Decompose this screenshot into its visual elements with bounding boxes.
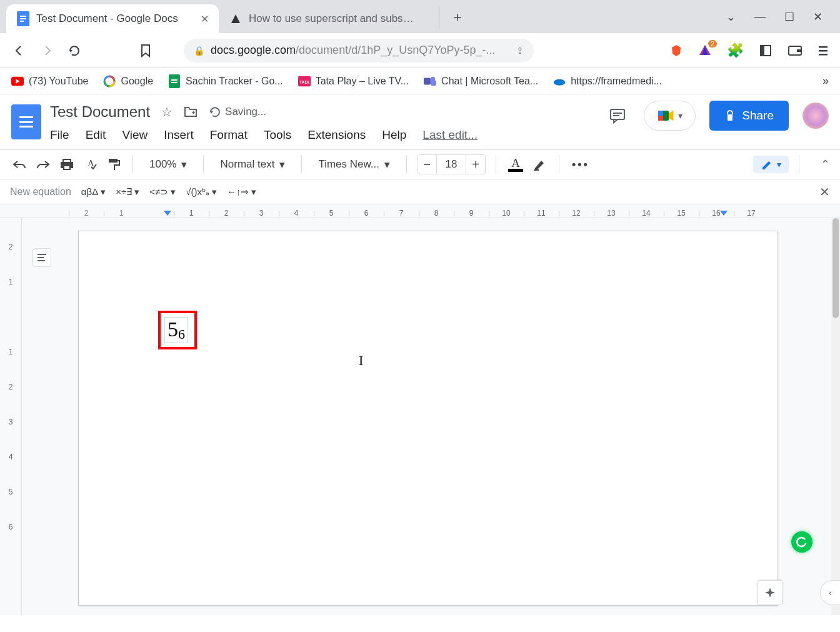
eq-math-dropdown[interactable]: √()xᵇₐ ▾ xyxy=(186,186,217,198)
font-size-increase[interactable]: + xyxy=(466,158,485,172)
brave-shields-icon[interactable] xyxy=(669,44,683,58)
new-equation-button[interactable]: New equation xyxy=(10,186,71,198)
scrollbar-thumb[interactable] xyxy=(832,218,839,318)
paragraph-style-dropdown[interactable]: Normal text▾ xyxy=(214,158,291,171)
eq-operators-dropdown[interactable]: ×÷∃ ▾ xyxy=(116,186,139,198)
document-page[interactable]: 56 I xyxy=(78,231,778,606)
eq-relations-dropdown[interactable]: <≠⊃ ▾ xyxy=(149,186,176,198)
brave-rewards-icon[interactable]: 2 xyxy=(698,44,712,58)
horizontal-ruler[interactable]: 2 1 1 2 3 4 5 6 7 8 9 10 11 12 13 14 15 … xyxy=(0,204,840,218)
svg-rect-38 xyxy=(64,166,70,169)
svg-rect-2 xyxy=(20,18,26,19)
sheets-icon xyxy=(168,75,181,88)
undo-button[interactable] xyxy=(10,154,29,174)
bookmark-label: (73) YouTube xyxy=(29,76,88,87)
bookmarks-bar: (73) YouTube Google Sachin Tracker - Go.… xyxy=(0,68,840,94)
menu-extensions[interactable]: Extensions xyxy=(308,128,366,142)
ruler-tick: 6 xyxy=(364,209,369,218)
docs-logo[interactable] xyxy=(11,104,41,139)
bookmark-item[interactable]: Chat | Microsoft Tea... xyxy=(424,75,538,88)
bookmarks-overflow-icon[interactable]: » xyxy=(822,74,829,88)
indent-marker-right[interactable] xyxy=(720,211,728,216)
share-label: Share xyxy=(742,109,774,123)
forward-button[interactable] xyxy=(39,43,55,59)
bookmark-label: Tata Play – Live TV... xyxy=(316,76,409,87)
menu-format[interactable]: Format xyxy=(210,128,248,142)
highlight-button[interactable] xyxy=(530,154,549,174)
grammarly-icon[interactable] xyxy=(791,531,812,553)
zoom-value: 100% xyxy=(149,158,176,171)
menu-insert[interactable]: Insert xyxy=(164,128,194,142)
bookmark-item[interactable]: TATATata Play – Live TV... xyxy=(298,75,409,88)
more-toolbar-icon[interactable]: ••• xyxy=(569,154,592,174)
svg-text:TATA: TATA xyxy=(299,79,309,84)
eq-greek-dropdown[interactable]: αβΔ ▾ xyxy=(81,186,106,198)
editing-mode-button[interactable]: ▾ xyxy=(753,156,789,173)
svg-marker-4 xyxy=(231,14,240,23)
avatar[interactable] xyxy=(802,103,829,129)
share-button[interactable]: Share xyxy=(709,101,789,131)
explore-button[interactable] xyxy=(758,580,782,605)
comments-icon[interactable] xyxy=(605,103,630,128)
svg-marker-32 xyxy=(669,111,673,121)
text-color-button[interactable]: A xyxy=(506,157,525,172)
zoom-dropdown[interactable]: 100%▾ xyxy=(143,158,193,171)
spellcheck-button[interactable]: A xyxy=(81,154,100,174)
menu-edit[interactable]: Edit xyxy=(86,128,106,142)
tab-close-icon[interactable]: ✕ xyxy=(201,13,209,25)
vertical-ruler[interactable]: 2 1 1 2 3 4 5 6 xyxy=(0,218,22,615)
wallet-icon[interactable] xyxy=(788,44,802,58)
new-tab-button[interactable]: ＋ xyxy=(439,6,461,28)
svg-rect-40 xyxy=(109,159,118,163)
window-controls: ⌄ — ☐ ✕ xyxy=(726,10,840,24)
share-url-icon[interactable]: ⇪ xyxy=(516,46,524,56)
star-icon[interactable]: ☆ xyxy=(161,104,172,119)
eq-arrows-dropdown[interactable]: ←↑⇒ ▾ xyxy=(227,186,257,198)
close-equation-toolbar-icon[interactable]: ✕ xyxy=(819,184,830,199)
address-bar[interactable]: 🔒 docs.google.com/document/d/1hP_y_UsnQ7… xyxy=(184,39,534,63)
extensions-icon[interactable]: 🧩 xyxy=(727,43,744,59)
svg-rect-25 xyxy=(431,80,436,86)
reload-button[interactable] xyxy=(66,43,82,59)
document-title[interactable]: Test Document xyxy=(50,103,150,121)
collapse-toolbar-icon[interactable]: ⌃ xyxy=(821,158,830,171)
close-window-icon[interactable]: ✕ xyxy=(813,10,822,24)
font-size-decrease[interactable]: − xyxy=(418,158,436,172)
chevron-down-icon[interactable]: ⌄ xyxy=(726,10,736,24)
menu-help[interactable]: Help xyxy=(382,128,406,142)
ruler-tick: 1 xyxy=(119,209,124,218)
bookmark-icon[interactable] xyxy=(138,43,154,59)
equation-object[interactable]: 56 xyxy=(164,317,188,343)
menu-view[interactable]: View xyxy=(122,128,148,142)
meet-button[interactable]: ▾ xyxy=(644,101,696,131)
bookmark-item[interactable]: Sachin Tracker - Go... xyxy=(168,75,283,88)
bookmark-label: Chat | Microsoft Tea... xyxy=(441,76,538,87)
sidebar-toggle-icon[interactable] xyxy=(759,44,772,58)
indent-marker-left[interactable] xyxy=(164,211,171,216)
print-button[interactable] xyxy=(58,154,76,174)
bookmark-item[interactable]: Google xyxy=(103,75,153,88)
menu-file[interactable]: File xyxy=(50,128,69,142)
svg-rect-35 xyxy=(728,114,732,121)
menu-bar: File Edit View Insert Format Tools Exten… xyxy=(50,123,478,149)
last-edit-link[interactable]: Last edit... xyxy=(422,128,478,142)
minimize-icon[interactable]: — xyxy=(754,10,766,24)
redo-button[interactable] xyxy=(34,154,52,174)
move-folder-icon[interactable] xyxy=(184,106,198,118)
bookmark-item[interactable]: (73) YouTube xyxy=(11,75,88,88)
bookmark-item[interactable]: https://framedmedi... xyxy=(553,75,662,88)
back-button[interactable] xyxy=(11,43,28,59)
paint-format-button[interactable] xyxy=(105,154,122,174)
ruler-tick: 5 xyxy=(9,488,13,496)
browser-menu-icon[interactable] xyxy=(818,44,829,58)
font-dropdown[interactable]: Times New...▾ xyxy=(312,158,396,171)
vertical-scrollbar[interactable] xyxy=(831,218,840,615)
browser-tab-inactive[interactable]: How to use superscript and subscript xyxy=(219,4,431,33)
side-panel-toggle[interactable]: ‹ xyxy=(820,580,840,605)
ruler-tick: 4 xyxy=(9,453,13,461)
maximize-icon[interactable]: ☐ xyxy=(784,10,794,24)
browser-tab-active[interactable]: Test Document - Google Docs ✕ xyxy=(6,4,219,33)
ruler-tick: 7 xyxy=(399,209,404,218)
font-size-value[interactable]: 18 xyxy=(436,155,466,174)
menu-tools[interactable]: Tools xyxy=(264,128,291,142)
